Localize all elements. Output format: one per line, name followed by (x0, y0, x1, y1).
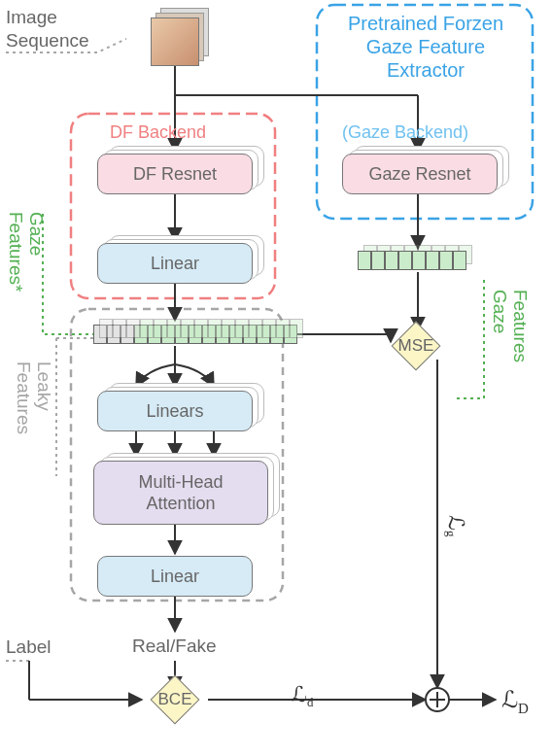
gaze-extractor-title: Pretrained Forzen Gaze Feature Extractor (330, 12, 521, 82)
df-resnet-block: DF Resnet (97, 154, 253, 194)
left-feature-row-shadow (99, 319, 303, 338)
out-linear-block: Linear (97, 556, 253, 597)
Ld-symbol: ℒd (292, 682, 314, 710)
linears-block: Linears (97, 391, 253, 431)
LD-symbol: ℒD (501, 686, 529, 717)
input-face-image (151, 17, 199, 66)
leaky-features-label: LeakyFeatures (14, 361, 54, 434)
label-text: Label (6, 636, 52, 659)
image-sequence-label: Image Sequence (6, 6, 89, 52)
df-backend-label: DF Backend (110, 122, 206, 143)
gaze-backend-label: (Gaze Backend) (342, 122, 468, 143)
multihead-attention-block: Multi-Head Attention (93, 461, 268, 525)
df-linear-block: Linear (97, 243, 253, 284)
gaze-features-label: GazeFeatures (490, 290, 531, 362)
Lg-symbol: ℒg (443, 515, 468, 537)
realfake-label: Real/Fake (132, 636, 217, 657)
gaze-features-star-label: GazeFeatures* (6, 212, 47, 292)
right-feature-row (358, 251, 466, 270)
gaze-resnet-block: Gaze Resnet (342, 154, 498, 194)
